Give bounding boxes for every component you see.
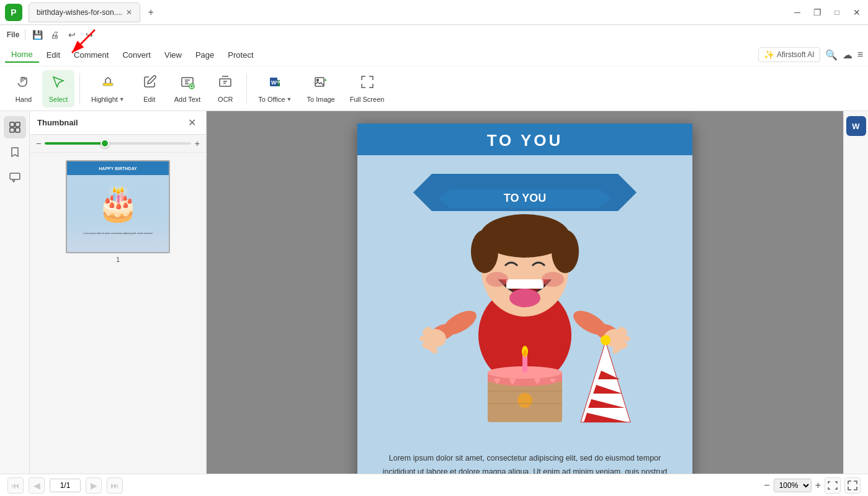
to-image-tool-btn[interactable]: To Image	[300, 70, 341, 107]
nav-prev-btn[interactable]: ◀	[29, 477, 45, 494]
undo-btn[interactable]: ↩	[64, 27, 80, 43]
save-icon: 💾	[32, 30, 43, 40]
right-sidebar: W	[843, 111, 868, 474]
full-screen-label: Full Screen	[350, 96, 385, 103]
full-screen-icon	[360, 74, 375, 93]
file-icon: File	[7, 30, 20, 39]
page-input[interactable]	[50, 479, 81, 492]
thumbnail-num-1: 1	[116, 256, 120, 263]
thumbnail-list: HAPPY BIRTHDAY 🎂 Lorem ipsum dolor sit a…	[30, 153, 206, 474]
svg-rect-37	[506, 279, 544, 289]
active-tab[interactable]: birthday-wishes-for-son.... ✕	[29, 2, 140, 22]
pdf-body-text: Lorem ipsum dolor sit amet, consectetur …	[383, 454, 668, 474]
new-tab-btn[interactable]: +	[143, 4, 159, 20]
edit-tool-btn[interactable]: Edit	[133, 70, 166, 107]
to-office-tool-btn[interactable]: W To Office ▼	[252, 70, 298, 107]
nav-first-btn[interactable]: ⏮	[7, 477, 24, 494]
svg-rect-12	[10, 128, 14, 132]
title-bar: P birthday-wishes-for-son.... ✕ + ─ ❐ □ …	[0, 0, 868, 25]
thumbnail-inner-1: HAPPY BIRTHDAY 🎂 Lorem ipsum dolor sit a…	[67, 161, 169, 252]
list-item[interactable]: HAPPY BIRTHDAY 🎂 Lorem ipsum dolor sit a…	[66, 160, 170, 263]
svg-point-51	[601, 335, 611, 345]
highlight-tool-btn[interactable]: Highlight ▼	[85, 70, 131, 107]
word-icon-btn[interactable]: W	[846, 116, 866, 136]
hand-icon	[16, 74, 31, 93]
to-office-label: To Office	[258, 96, 285, 103]
menu-home[interactable]: Home	[5, 47, 39, 63]
svg-rect-11	[16, 122, 20, 127]
add-text-label: Add Text	[174, 96, 201, 103]
pdf-page: TO YOU TO YOU	[357, 124, 692, 474]
sidebar-thumbnail-btn[interactable]	[4, 116, 26, 138]
tab-bar: birthday-wishes-for-son.... ✕ +	[29, 2, 787, 22]
menu-view[interactable]: View	[158, 48, 188, 62]
full-screen-bottom-btn[interactable]	[844, 477, 861, 494]
zoom-out-btn[interactable]: −	[764, 480, 769, 491]
nav-next-btn[interactable]: ▶	[86, 477, 102, 494]
select-tool-btn[interactable]: Select	[42, 70, 74, 107]
main-layout: Thumbnail ✕ − + HAPPY BIRTHDAY 🎂	[0, 111, 868, 474]
zoom-slider[interactable]	[45, 142, 191, 145]
fit-page-btn[interactable]	[825, 477, 841, 494]
menu-page[interactable]: Page	[189, 48, 220, 62]
menu-convert[interactable]: Convert	[116, 48, 157, 62]
full-screen-tool-btn[interactable]: Full Screen	[344, 70, 391, 107]
svg-point-38	[509, 289, 540, 307]
file-menu-btn[interactable]: File	[5, 27, 21, 43]
ai-btn-label: Afirstsoft AI	[777, 50, 815, 59]
svg-rect-13	[16, 128, 20, 132]
zoom-slider-thumb[interactable]	[101, 139, 109, 148]
tab-close-btn[interactable]: ✕	[126, 8, 132, 17]
select-icon	[51, 74, 66, 93]
minimize-btn[interactable]: ─	[791, 6, 803, 19]
svg-rect-14	[10, 173, 20, 179]
toolbar-area: File 💾 🖨 ↩ ↪ Home Edit Comment Co	[0, 25, 868, 111]
panel-close-btn[interactable]: ✕	[185, 116, 199, 130]
birthday-character-svg: TO YOU	[401, 155, 649, 441]
ai-btn[interactable]: ✨ Afirstsoft AI	[758, 47, 820, 62]
svg-point-47	[523, 350, 527, 356]
sidebar-bookmark-btn[interactable]	[4, 141, 26, 163]
zoom-slider-track	[45, 142, 103, 145]
hand-tool-btn[interactable]: Hand	[7, 70, 40, 107]
menu-comment[interactable]: Comment	[68, 48, 115, 62]
svg-point-35	[471, 230, 498, 273]
zoom-select[interactable]: 100% 75% 125% 150%	[774, 479, 812, 492]
pdf-illustration: TO YOU	[357, 155, 692, 441]
select-label: Select	[49, 96, 68, 103]
menu-edit[interactable]: Edit	[40, 48, 66, 62]
to-office-dropdown-arrow: ▼	[287, 96, 292, 102]
search-btn[interactable]: 🔍	[825, 49, 838, 61]
hand-label: Hand	[16, 96, 32, 103]
maximize-btn[interactable]: □	[831, 6, 843, 19]
zoom-out-icon[interactable]: −	[36, 138, 41, 148]
pdf-viewer[interactable]: TO YOU TO YOU	[207, 111, 843, 474]
highlight-label: Highlight	[91, 96, 118, 103]
cloud-btn[interactable]: ☁	[843, 49, 852, 61]
undo-icon: ↩	[68, 30, 76, 40]
ribbon: Hand Select Highlight ▼	[0, 66, 868, 110]
menu-protect[interactable]: Protect	[221, 48, 259, 62]
to-office-label-container: To Office ▼	[258, 96, 292, 103]
panel-title: Thumbnail	[37, 118, 78, 127]
add-text-tool-btn[interactable]: Add Text	[168, 70, 207, 107]
ocr-icon	[218, 74, 233, 93]
svg-text:W: W	[271, 79, 277, 86]
sidebar-comment-btn[interactable]	[4, 166, 26, 188]
print-btn[interactable]: 🖨	[47, 27, 63, 43]
zoom-in-icon[interactable]: +	[195, 138, 200, 148]
redo-btn[interactable]: ↪	[81, 27, 97, 43]
zoom-in-btn[interactable]: +	[815, 480, 821, 491]
close-btn[interactable]: ✕	[851, 6, 863, 19]
ai-icon: ✨	[764, 50, 774, 60]
menu-bar: Home Edit Comment Convert View Page Prot…	[0, 43, 868, 66]
more-btn[interactable]: ≡	[857, 49, 863, 60]
toolbar-sep-1	[25, 29, 25, 40]
ocr-tool-btn[interactable]: OCR	[209, 70, 241, 107]
nav-last-btn[interactable]: ⏭	[107, 477, 123, 494]
pdf-text: Lorem ipsum dolor sit amet, consectetur …	[357, 441, 692, 474]
save-btn[interactable]: 💾	[29, 27, 45, 43]
restore-btn[interactable]: ❐	[811, 6, 823, 19]
svg-point-39	[486, 272, 508, 287]
bottom-bar: ⏮ ◀ ▶ ⏭ − 100% 75% 125% 150% +	[0, 474, 868, 496]
